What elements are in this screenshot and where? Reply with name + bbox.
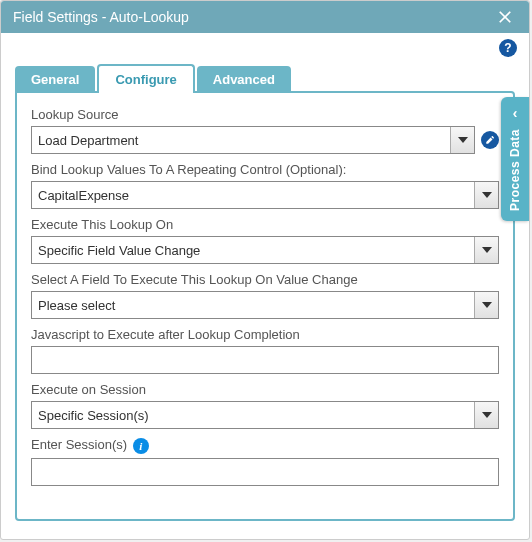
- chevron-left-icon: ‹: [513, 105, 518, 121]
- side-tab-process-data[interactable]: ‹ Process Data: [501, 97, 529, 221]
- label-lookup-source: Lookup Source: [31, 107, 499, 122]
- svg-marker-6: [482, 412, 492, 418]
- edit-lookup-source-button[interactable]: [481, 131, 499, 149]
- label-js-after: Javascript to Execute after Lookup Compl…: [31, 327, 499, 342]
- tab-panel-configure: Lookup Source Load Department Bind Looku…: [15, 91, 515, 521]
- label-bind-repeating: Bind Lookup Values To A Repeating Contro…: [31, 162, 499, 177]
- svg-marker-5: [482, 302, 492, 308]
- label-select-field: Select A Field To Execute This Lookup On…: [31, 272, 499, 287]
- js-after-input[interactable]: [31, 346, 499, 374]
- lookup-source-select[interactable]: Load Department: [31, 126, 475, 154]
- dialog: Field Settings - Auto-Lookup ? General C…: [0, 0, 530, 540]
- tab-general[interactable]: General: [15, 66, 95, 93]
- lookup-source-value: Load Department: [38, 133, 138, 148]
- dialog-title: Field Settings - Auto-Lookup: [13, 9, 189, 25]
- execute-session-value: Specific Session(s): [38, 408, 149, 423]
- tabs: General Configure Advanced: [1, 63, 529, 93]
- svg-marker-2: [458, 137, 468, 143]
- chevron-down-icon: [450, 127, 474, 153]
- help-icon[interactable]: ?: [499, 39, 517, 57]
- tab-advanced[interactable]: Advanced: [197, 66, 291, 93]
- chevron-down-icon: [474, 292, 498, 318]
- bind-repeating-select[interactable]: CapitalExpense: [31, 181, 499, 209]
- execute-on-value: Specific Field Value Change: [38, 243, 200, 258]
- side-tab-label: Process Data: [508, 129, 522, 211]
- execute-on-select[interactable]: Specific Field Value Change: [31, 236, 499, 264]
- label-execute-on: Execute This Lookup On: [31, 217, 499, 232]
- tab-configure[interactable]: Configure: [97, 64, 194, 93]
- label-execute-session: Execute on Session: [31, 382, 499, 397]
- bind-repeating-value: CapitalExpense: [38, 188, 129, 203]
- label-enter-sessions-text: Enter Session(s): [31, 437, 127, 452]
- dialog-titlebar: Field Settings - Auto-Lookup: [1, 1, 529, 33]
- chevron-down-icon: [474, 402, 498, 428]
- chevron-down-icon: [474, 237, 498, 263]
- info-icon[interactable]: i: [133, 438, 149, 454]
- close-button[interactable]: [489, 1, 521, 33]
- svg-marker-3: [482, 192, 492, 198]
- select-field-select[interactable]: Please select: [31, 291, 499, 319]
- select-field-value: Please select: [38, 298, 115, 313]
- chevron-down-icon: [474, 182, 498, 208]
- label-enter-sessions: Enter Session(s) i: [31, 437, 499, 454]
- svg-marker-4: [482, 247, 492, 253]
- help-row: ?: [1, 33, 529, 63]
- enter-sessions-input[interactable]: [31, 458, 499, 486]
- execute-session-select[interactable]: Specific Session(s): [31, 401, 499, 429]
